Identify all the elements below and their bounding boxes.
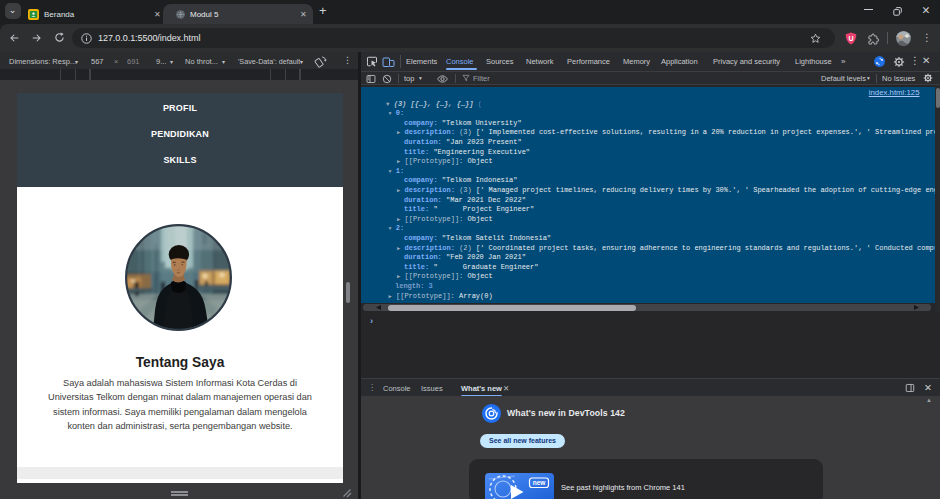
svg-text:U: U [848,35,853,42]
svg-text:new: new [533,479,547,486]
